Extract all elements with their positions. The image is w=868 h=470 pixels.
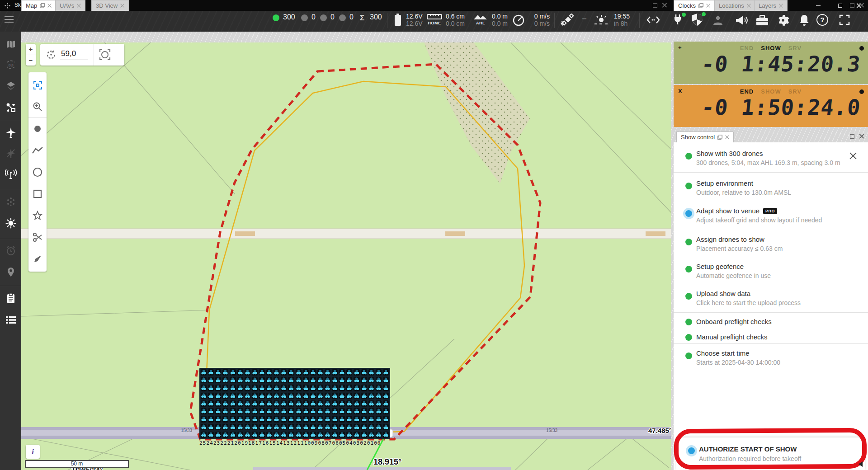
broadcast-megaphone-button[interactable] xyxy=(735,15,748,26)
checklist-item-geofence[interactable]: Setup geofence Automatic geofence in use xyxy=(674,259,868,283)
reset-rotation-icon[interactable] xyxy=(46,49,57,60)
drone-marker xyxy=(383,424,389,430)
sidebar-item-rtk[interactable] xyxy=(0,165,21,183)
battery-icon xyxy=(394,14,401,26)
zoom-out-button[interactable]: − xyxy=(26,55,36,66)
cut-tool-button[interactable] xyxy=(28,226,47,248)
checklist-item-upload[interactable]: Upload show data Click here to start the… xyxy=(674,286,868,310)
tab-close-icon[interactable] xyxy=(706,4,710,8)
tab-uavs[interactable]: UAVs xyxy=(55,0,85,11)
drone-marker xyxy=(346,377,352,383)
menu-button[interactable] xyxy=(5,16,14,23)
sidebar-item-locations[interactable] xyxy=(0,263,21,281)
tab-locations[interactable]: Locations xyxy=(714,0,755,11)
antenna-icon xyxy=(5,169,17,179)
rectangle-tool-button[interactable] xyxy=(28,183,47,205)
checklist-item-adapt-venue[interactable]: Adapt show to venuePRO Adjust takeoff gr… xyxy=(674,203,868,228)
panel-maximize-icon[interactable] xyxy=(850,134,854,139)
sidebar-item-swarm[interactable] xyxy=(0,193,21,211)
attribution-info-button[interactable]: i xyxy=(26,445,40,459)
tab-close-icon[interactable] xyxy=(120,4,124,8)
clear-show-button[interactable] xyxy=(848,151,858,161)
maximize-button[interactable] xyxy=(831,0,849,11)
drone-marker xyxy=(339,400,345,407)
sidebar-item-show-control[interactable] xyxy=(0,99,21,117)
tab-clocks[interactable]: Clocks xyxy=(674,0,715,11)
popout-icon[interactable] xyxy=(40,3,45,8)
drone-marker xyxy=(376,393,382,399)
safety-shield-button[interactable] xyxy=(691,13,704,27)
drone-marker xyxy=(339,369,345,376)
sidebar-item-clocks[interactable] xyxy=(0,242,21,260)
sidebar-item-checklists[interactable] xyxy=(0,289,21,307)
fit-view-icon[interactable] xyxy=(99,49,111,61)
circle-tool-button[interactable] xyxy=(28,161,47,183)
checklist-item-show-data[interactable]: Show with 300 drones 300 drones, 5:04, m… xyxy=(674,147,868,171)
help-button[interactable]: ? xyxy=(816,14,828,26)
sidebar-item-light-control[interactable] xyxy=(0,214,21,232)
settings-gear-button[interactable] xyxy=(777,14,789,27)
panel-close-icon[interactable] xyxy=(859,3,864,8)
star-tool-button[interactable] xyxy=(28,205,47,226)
sidebar-item-log[interactable] xyxy=(0,311,21,329)
map-canvas[interactable]: 15/33 15/33 47.485° 18.915° 169.14° 185.… xyxy=(21,42,671,470)
drone-marker xyxy=(215,408,221,414)
drone-marker xyxy=(303,424,309,430)
tab-layers[interactable]: Layers xyxy=(754,0,788,11)
zoom-tool-button[interactable] xyxy=(28,96,47,118)
tab-close-icon[interactable] xyxy=(47,4,52,8)
tab-close-icon[interactable] xyxy=(779,4,783,8)
server-connection-icon[interactable] xyxy=(646,15,660,24)
panel-close-icon[interactable] xyxy=(662,3,667,8)
sidebar-item-3d-view[interactable]: 3D xyxy=(0,56,21,74)
checklist-item-assign-drones[interactable]: Assign drones to show Placement accuracy… xyxy=(674,232,868,256)
item-title: Assign drones to show xyxy=(696,235,764,243)
sidebar-item-layers[interactable] xyxy=(0,77,21,95)
tab-show-control[interactable]: Show control xyxy=(676,132,734,142)
path-tool-button[interactable] xyxy=(28,140,47,161)
checklist-item-environment[interactable]: Setup environment Outdoor, relative to 1… xyxy=(674,176,868,201)
tab-map[interactable]: Map xyxy=(21,0,56,11)
checklist-item-manual-preflight[interactable]: Manual preflight checks xyxy=(674,330,868,344)
item-subtitle: Automatic geofence in use xyxy=(696,272,771,279)
panel-close-icon[interactable] xyxy=(859,134,864,139)
tab-close-icon[interactable] xyxy=(77,4,81,8)
panel-corner-arrow-icon[interactable] xyxy=(859,461,863,467)
panel-maximize-icon[interactable] xyxy=(653,3,657,8)
select-tool-button[interactable] xyxy=(28,74,47,96)
panel-maximize-icon[interactable] xyxy=(850,3,854,8)
road-bottom xyxy=(253,467,511,470)
sidebar-item-uavs[interactable] xyxy=(0,123,21,141)
drone-marker xyxy=(354,408,359,414)
edit-feature-tool-button[interactable] xyxy=(28,248,47,270)
minimize-button[interactable] xyxy=(809,0,827,11)
popout-icon[interactable] xyxy=(698,3,703,8)
rotation-input[interactable]: 59,0 xyxy=(60,49,88,60)
drone-marker xyxy=(230,385,236,391)
sidebar-item-map[interactable] xyxy=(0,35,21,53)
tab-close-icon[interactable] xyxy=(725,135,729,139)
item-title: Setup geofence xyxy=(696,263,744,270)
drone-marker xyxy=(376,432,382,438)
authorize-subtitle: Authorization required before takeoff xyxy=(699,455,801,462)
divider xyxy=(674,312,868,313)
popout-icon[interactable] xyxy=(717,135,722,140)
toolbox-button[interactable] xyxy=(756,15,769,26)
tab-close-icon[interactable] xyxy=(747,4,751,8)
tab-3d-view[interactable]: 3D View xyxy=(91,0,129,11)
drone-marker xyxy=(325,408,330,414)
layers-icon xyxy=(6,81,15,90)
authorize-start-row[interactable]: AUTHORIZE START OF SHOW Authorization re… xyxy=(676,437,865,470)
drone-marker xyxy=(281,369,287,376)
checklist-item-start-time[interactable]: Choose start time Starts at 2025-04-30 1… xyxy=(674,346,868,371)
fullscreen-button[interactable] xyxy=(839,14,850,25)
drone-marker xyxy=(361,393,367,399)
zoom-in-button[interactable]: + xyxy=(26,44,36,55)
drone-marker xyxy=(346,424,352,430)
connection-plug-button[interactable] xyxy=(672,14,684,26)
checklist-item-onboard-preflight[interactable]: Onboard preflight checks xyxy=(674,315,868,329)
sidebar-item-uavs-disabled[interactable] xyxy=(0,144,21,162)
notifications-bell-button[interactable] xyxy=(798,14,810,27)
user-icon[interactable] xyxy=(712,15,723,26)
point-tool-button[interactable] xyxy=(28,118,47,140)
